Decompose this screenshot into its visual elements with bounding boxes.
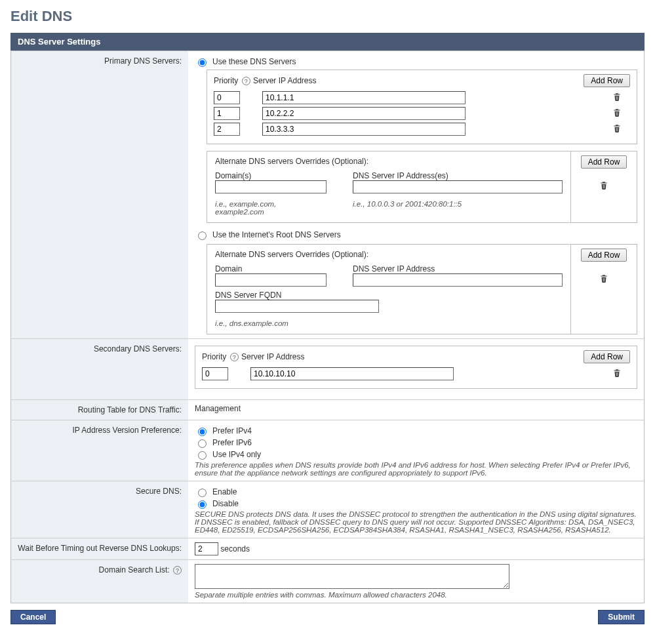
settings-table: Primary DNS Servers: Use these DNS Serve… bbox=[10, 50, 645, 603]
help-icon[interactable]: ? bbox=[230, 353, 239, 361]
routing-value: Management bbox=[188, 400, 645, 420]
col-domains: Domain(s) bbox=[215, 171, 327, 180]
override-b-fqdn-input[interactable] bbox=[215, 300, 379, 313]
cancel-button[interactable]: Cancel bbox=[10, 610, 56, 624]
col-dns-ips: DNS Server IP Address(es) bbox=[353, 171, 563, 180]
trash-icon[interactable] bbox=[612, 110, 622, 119]
radio-prefer-ipv6-label: Prefer IPv6 bbox=[212, 438, 252, 447]
override-a-domain-input[interactable] bbox=[215, 180, 327, 193]
search-list-textarea[interactable] bbox=[195, 564, 509, 589]
col-fqdn: DNS Server FQDN bbox=[215, 291, 563, 300]
secondary-servers-box: Priority ? Server IP Address Add Row bbox=[195, 346, 637, 389]
help-icon[interactable]: ? bbox=[242, 77, 250, 85]
trash-icon[interactable] bbox=[612, 126, 622, 135]
label-primary: Primary DNS Servers: bbox=[11, 51, 189, 339]
primary-server-row bbox=[214, 107, 630, 120]
col-domain: Domain bbox=[215, 264, 327, 273]
primary-server-ip-input[interactable] bbox=[262, 123, 466, 136]
col-dns-ip: DNS Server IP Address bbox=[353, 264, 563, 273]
primary-server-row bbox=[214, 91, 630, 104]
label-ip-pref: IP Address Version Preference: bbox=[11, 420, 189, 481]
help-icon[interactable]: ? bbox=[173, 566, 182, 574]
add-row-secondary[interactable]: Add Row bbox=[584, 350, 630, 363]
radio-use-these[interactable] bbox=[198, 58, 207, 67]
secure-dns-note: SECURE DNS protects DNS data. It uses th… bbox=[195, 510, 637, 534]
trash-icon[interactable] bbox=[612, 371, 622, 380]
radio-prefer-ipv4-label: Prefer IPv4 bbox=[212, 426, 252, 435]
override-a-hint-ips: i.e., 10.0.0.3 or 2001:420:80:1::5 bbox=[353, 200, 462, 216]
secondary-server-priority-input[interactable] bbox=[202, 367, 228, 380]
override-b-title: Alternate DNS servers Overrides (Optiona… bbox=[215, 250, 563, 259]
radio-use-root-label: Use the Internet's Root DNS Servers bbox=[212, 230, 341, 239]
col-priority-2: Priority bbox=[202, 352, 226, 361]
override-b: Alternate DNS servers Overrides (Optiona… bbox=[207, 244, 637, 334]
search-list-hint: Separate multiple entries with commas. M… bbox=[195, 591, 637, 599]
trash-icon[interactable] bbox=[599, 180, 608, 192]
radio-prefer-ipv4[interactable] bbox=[198, 428, 207, 436]
add-row-override-b[interactable]: Add Row bbox=[581, 249, 627, 262]
radio-disable[interactable] bbox=[198, 500, 207, 509]
label-routing: Routing Table for DNS Traffic: bbox=[11, 400, 189, 420]
col-priority: Priority bbox=[214, 76, 238, 85]
primary-server-row bbox=[214, 123, 630, 136]
radio-enable-label: Enable bbox=[212, 487, 237, 496]
override-b-ip-input[interactable] bbox=[353, 273, 563, 287]
secondary-server-ip-input[interactable] bbox=[250, 367, 454, 380]
primary-server-ip-input[interactable] bbox=[262, 107, 466, 120]
primary-server-ip-input[interactable] bbox=[262, 91, 466, 104]
add-row-primary[interactable]: Add Row bbox=[584, 74, 630, 87]
radio-enable[interactable] bbox=[198, 489, 207, 497]
override-a-title: Alternate DNS servers Overrides (Optiona… bbox=[215, 157, 563, 166]
radio-use-these-label: Use these DNS Servers bbox=[212, 57, 296, 66]
override-a-hint-domain: i.e., example.com, example2.com bbox=[215, 200, 327, 216]
section-header: DNS Server Settings bbox=[10, 33, 645, 50]
primary-servers-box: Priority ? Server IP Address Add Row bbox=[207, 70, 637, 144]
col-server-ip: Server IP Address bbox=[253, 76, 578, 85]
override-a: Alternate DNS servers Overrides (Optiona… bbox=[207, 151, 637, 223]
timeout-unit: seconds bbox=[220, 544, 250, 553]
radio-use-root[interactable] bbox=[198, 231, 207, 240]
radio-use-ipv4-only-label: Use IPv4 only bbox=[212, 450, 261, 459]
radio-use-ipv4-only[interactable] bbox=[198, 451, 207, 460]
primary-server-priority-input[interactable] bbox=[214, 123, 240, 136]
trash-icon[interactable] bbox=[612, 94, 622, 104]
label-search-list: Domain Search List: ? bbox=[11, 560, 189, 603]
label-secure-dns: Secure DNS: bbox=[11, 481, 189, 538]
timeout-input[interactable] bbox=[195, 542, 218, 555]
override-b-domain-input[interactable] bbox=[215, 273, 327, 287]
label-timeout: Wait Before Timing out Reverse DNS Looku… bbox=[11, 538, 189, 560]
label-secondary: Secondary DNS Servers: bbox=[11, 339, 189, 400]
radio-disable-label: Disable bbox=[212, 499, 239, 508]
col-server-ip-2: Server IP Address bbox=[241, 352, 578, 361]
radio-prefer-ipv6[interactable] bbox=[198, 439, 207, 448]
override-a-ips-input[interactable] bbox=[353, 180, 563, 193]
submit-button[interactable]: Submit bbox=[598, 610, 645, 624]
add-row-override-a[interactable]: Add Row bbox=[581, 155, 627, 169]
primary-server-priority-input[interactable] bbox=[214, 91, 240, 104]
trash-icon[interactable] bbox=[599, 273, 608, 285]
page-title: Edit DNS bbox=[10, 8, 645, 25]
primary-server-priority-input[interactable] bbox=[214, 107, 240, 120]
ip-pref-note: This preference applies when DNS results… bbox=[195, 461, 637, 477]
secondary-server-row bbox=[202, 367, 630, 380]
override-b-hint-fqdn: i.e., dns.example.com bbox=[215, 319, 563, 327]
